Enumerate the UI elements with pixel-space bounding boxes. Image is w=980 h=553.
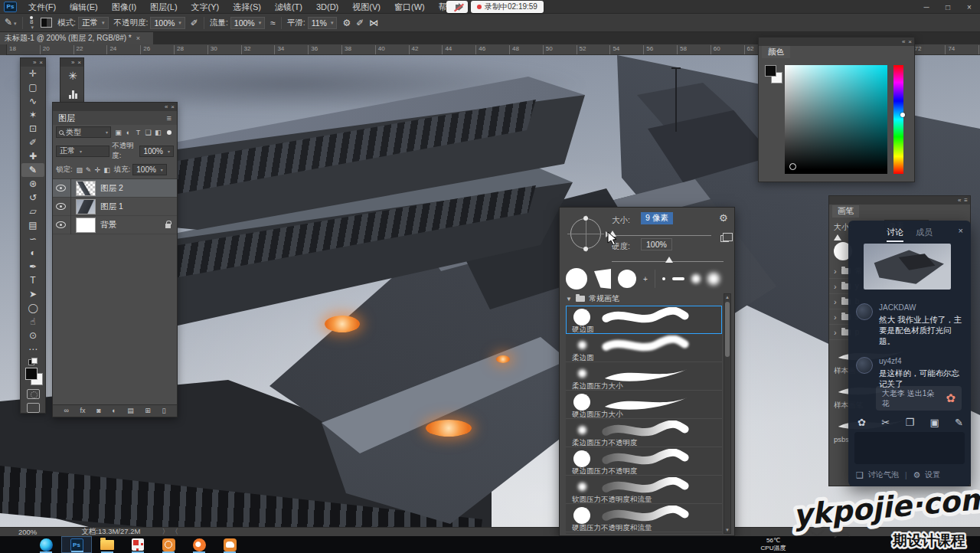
- eyedropper-tool[interactable]: ✐: [21, 136, 44, 149]
- menu-item[interactable]: 选择(S): [226, 0, 268, 14]
- taskbar-edge[interactable]: [31, 536, 61, 553]
- filter-pixel-layers-icon[interactable]: ▣: [113, 129, 123, 136]
- chat-tab-讨论[interactable]: 讨论: [887, 227, 903, 242]
- brush-preset[interactable]: 硬边圆: [566, 306, 722, 334]
- pressure-opacity-icon[interactable]: ✐: [191, 18, 198, 28]
- delete-layer-icon[interactable]: ▯: [162, 407, 165, 414]
- quick-mask-icon[interactable]: [27, 389, 40, 399]
- menu-item[interactable]: 编辑(E): [63, 0, 105, 14]
- collapse-icon[interactable]: «: [902, 39, 905, 45]
- menu-item[interactable]: 图层(L): [143, 0, 184, 14]
- link-layers-icon[interactable]: ∞: [64, 407, 69, 414]
- brush-tip-round-icon[interactable]: [566, 268, 587, 290]
- filter-type-layers-icon[interactable]: T: [133, 129, 143, 136]
- collapse-icon[interactable]: «: [958, 198, 961, 204]
- pen-tool[interactable]: ✒: [21, 260, 44, 273]
- brushes-panel-tab[interactable]: 画笔: [832, 205, 859, 218]
- type-tool[interactable]: T: [21, 273, 44, 287]
- tab-close-icon[interactable]: ×: [136, 34, 140, 42]
- menu-item[interactable]: 3D(D): [309, 0, 345, 14]
- filter-shape-layers-icon[interactable]: ❑: [143, 129, 153, 136]
- adjustment-layer-icon[interactable]: ◐: [112, 407, 116, 414]
- gear-icon[interactable]: ⚙: [719, 212, 728, 224]
- layer-row[interactable]: 图层 1: [53, 198, 177, 216]
- move-tool[interactable]: ✛: [21, 67, 44, 80]
- close-icon[interactable]: ×: [77, 60, 81, 66]
- clone-stamp-tool[interactable]: ⊛: [21, 177, 44, 191]
- filter-smart-objects-icon[interactable]: ◧: [153, 129, 163, 136]
- size-slider[interactable]: [612, 235, 711, 236]
- blend-mode-dropdown[interactable]: 正常: [56, 146, 109, 157]
- brush-tool[interactable]: ✎: [21, 163, 44, 177]
- paint-symmetry-icon[interactable]: ⋈: [369, 18, 378, 28]
- size-slider-handle[interactable]: [834, 234, 841, 241]
- close-icon[interactable]: ×: [959, 226, 963, 235]
- shared-image-thumbnail[interactable]: [864, 244, 951, 290]
- toggle-brush-panel-icon[interactable]: [41, 18, 52, 28]
- zoom-level-field[interactable]: 200%: [18, 528, 37, 536]
- taskbar-explorer[interactable]: [92, 536, 122, 553]
- taskbar-recorder-app[interactable]: [153, 536, 184, 553]
- group-layers-icon[interactable]: ▤: [127, 407, 134, 414]
- brush-hardness-field[interactable]: 100%: [641, 238, 672, 250]
- taskbar-photoshop[interactable]: Ps: [61, 536, 92, 553]
- brush-tool-preset-icon[interactable]: ✎: [5, 18, 17, 28]
- dodge-tool[interactable]: ◐: [21, 246, 44, 260]
- brush-tip-soft-icon[interactable]: [691, 274, 701, 283]
- brush-tip-flat-icon[interactable]: [672, 277, 684, 280]
- layer-row[interactable]: 背景: [53, 216, 177, 234]
- brush-size-field[interactable]: 9 像素: [641, 212, 673, 224]
- close-icon[interactable]: ×: [39, 60, 43, 66]
- hue-slider-marker[interactable]: [900, 113, 905, 117]
- color-panel-tab[interactable]: 颜色: [762, 46, 790, 58]
- brush-size-preview[interactable]: 8: [30, 16, 34, 30]
- brush-preset[interactable]: 柔边圆: [566, 334, 722, 362]
- gradient-tool[interactable]: ▤: [21, 218, 44, 232]
- more-tools[interactable]: ⋯: [21, 342, 44, 356]
- brush-tip-round-icon[interactable]: [618, 270, 636, 288]
- settings-label[interactable]: 设置: [925, 470, 940, 480]
- document-tab[interactable]: 未标题-1 @ 200% (图层 2, RGB/8#) * ×: [0, 32, 153, 44]
- foreground-color-swatch[interactable]: [25, 368, 38, 380]
- screenshot-icon[interactable]: ❐: [905, 417, 914, 428]
- pressure-size-icon[interactable]: ✐: [356, 18, 364, 28]
- chat-bubble-icon[interactable]: ❑: [856, 470, 864, 480]
- menu-item[interactable]: 窗口(W): [387, 0, 432, 14]
- swap-colors-icon[interactable]: [28, 358, 38, 365]
- opacity-dropdown[interactable]: 100%: [150, 17, 185, 29]
- maximize-button[interactable]: □: [937, 0, 959, 14]
- quick-select-tool[interactable]: ✶: [21, 108, 44, 122]
- flow-dropdown[interactable]: 100%: [230, 17, 265, 29]
- brush-tip-soft-icon[interactable]: [707, 273, 720, 285]
- mute-button[interactable]: [446, 1, 468, 13]
- chat-input[interactable]: [854, 432, 965, 464]
- brush-preset[interactable]: 柔边圆压力大小: [566, 362, 722, 391]
- layer-mask-icon[interactable]: ◙: [96, 407, 100, 414]
- lock-transparency-icon[interactable]: ▨: [75, 166, 84, 174]
- close-button[interactable]: ×: [959, 0, 980, 14]
- saturation-brightness-field[interactable]: [785, 65, 887, 174]
- brush-preset[interactable]: 软圆压力不透明度和流量: [566, 476, 722, 504]
- close-icon[interactable]: ×: [171, 104, 175, 110]
- chat-tab-成员[interactable]: 成员: [916, 227, 933, 242]
- panel-menu-icon[interactable]: ≡: [964, 198, 968, 204]
- add-tip-icon[interactable]: +: [643, 275, 648, 283]
- bubbles-label[interactable]: 讨论气泡: [868, 470, 899, 480]
- zoom-tool[interactable]: ⊙: [21, 329, 44, 342]
- hand-tool[interactable]: ☝: [21, 315, 44, 329]
- visibility-eye-icon[interactable]: [56, 203, 66, 210]
- layer-fill-dropdown[interactable]: 100%: [132, 164, 167, 175]
- brush-group-header[interactable]: ▼ 常规画笔: [566, 293, 722, 304]
- crop-tool[interactable]: ⊡: [21, 122, 44, 136]
- menu-item[interactable]: 图像(I): [105, 0, 143, 14]
- eraser-tool[interactable]: ▱: [21, 205, 44, 218]
- brush-angle-preview[interactable]: [567, 215, 606, 254]
- sticker-icon[interactable]: ▣: [929, 417, 939, 428]
- airbrush-icon[interactable]: ≈: [270, 18, 276, 28]
- gear-icon[interactable]: ⚙: [913, 470, 920, 480]
- path-select-tool[interactable]: ➤: [21, 287, 44, 301]
- menu-item[interactable]: 文件(F): [21, 0, 63, 14]
- brush-settings-icon[interactable]: ✳: [60, 67, 85, 85]
- histogram-icon[interactable]: [60, 85, 85, 103]
- size-slider-handle[interactable]: [609, 231, 616, 237]
